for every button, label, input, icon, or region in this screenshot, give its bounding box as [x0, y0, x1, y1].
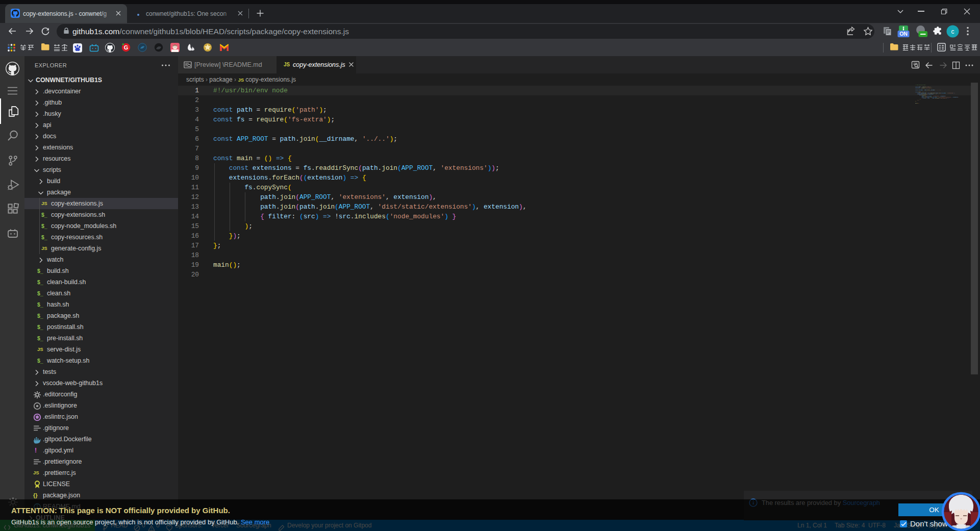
svg-text:G: G	[124, 44, 129, 50]
svg-text:c: c	[951, 28, 954, 35]
svg-text:ON: ON	[899, 31, 908, 37]
